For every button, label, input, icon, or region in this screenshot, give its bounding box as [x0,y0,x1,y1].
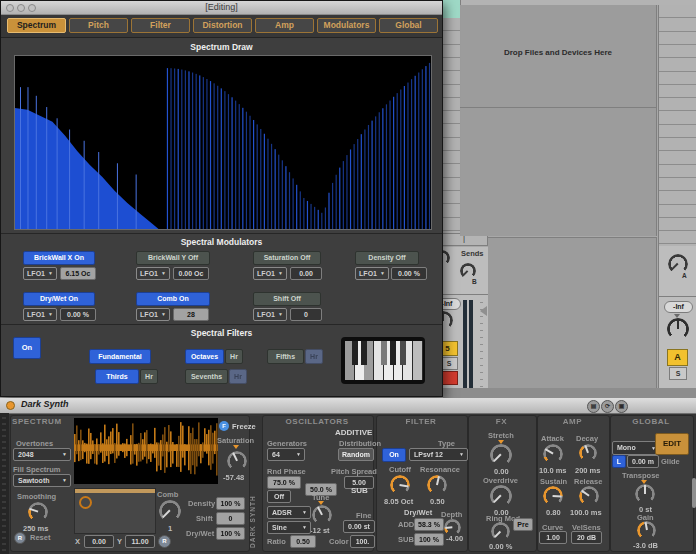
returnA-solo-button[interactable]: S [669,367,687,380]
glide-time-value[interactable]: 0.00 m [627,455,659,468]
xy-mod-r-icon[interactable]: R [158,535,171,548]
xy-pad-x-bar[interactable] [75,489,155,493]
tab-distortion[interactable]: Distortion [193,18,252,33]
tune-knob[interactable] [312,505,332,525]
y-value[interactable]: 11.00 [125,535,155,548]
tab-filter[interactable]: Filter [131,18,190,33]
clip-slot-teal[interactable] [443,0,461,18]
filter-octaves-hr-button[interactable]: Hr [225,349,243,364]
saturation-value[interactable]: 0.00 [290,267,322,280]
ringmod-knob[interactable] [491,522,510,541]
drywet-lfo-select[interactable]: LFO1▼ [23,308,57,321]
device-power-icon[interactable] [6,401,15,410]
overdrive-knob[interactable] [490,485,512,507]
returnA-clip-slots[interactable] [658,5,696,246]
spectral-filters-on-button[interactable]: On [13,337,41,359]
rnd-phase-value[interactable]: 75.0 % [267,476,301,489]
tab-spectrum[interactable]: Spectrum [7,18,66,33]
device-scrollbar[interactable] [692,478,696,508]
add-value[interactable]: 58.3 % [414,518,444,531]
x-value[interactable]: 0.00 [84,535,114,548]
brickwall-y-lfo-select[interactable]: LFO1▼ [136,267,170,280]
drywet-toggle[interactable]: Dry/Wet On [23,292,95,306]
shift-toggle[interactable]: Shift Off [253,292,321,306]
returnA-activator[interactable]: A [667,349,688,366]
returnA-send-knob[interactable] [668,254,688,274]
curve-value[interactable]: 1.00 [539,531,567,544]
xy-pad[interactable] [74,488,156,534]
glide-legato-button[interactable]: L [612,455,626,468]
reset-label[interactable]: Reset [30,533,50,542]
saturation-knob[interactable] [227,451,247,471]
window-titlebar[interactable]: [Editing] [1,1,442,15]
stretch-knob[interactable] [490,444,512,466]
ratio-value[interactable]: 0.50 [290,535,316,548]
voice-mode-select[interactable]: Mono▼ [612,441,660,455]
freeze-label[interactable]: Freeze [232,422,256,431]
brickwall-x-value[interactable]: 6.15 Oc [60,267,96,280]
shift-value[interactable]: 0 [290,308,322,321]
filter-fundamental-button[interactable]: Fundamental [89,349,151,364]
saturation-lfo-select[interactable]: LFO1▼ [253,267,287,280]
piano-white-key[interactable] [413,341,423,380]
piano-black-key[interactable] [352,341,358,365]
filter-fifths-hr-button[interactable]: Hr [305,349,323,364]
attack-knob[interactable] [543,444,563,464]
piano-black-key[interactable] [381,341,387,365]
tab-global[interactable]: Global [379,18,438,33]
color-value[interactable]: 100. [350,535,375,548]
comb-knob[interactable] [159,500,181,522]
tab-modulators[interactable]: Modulators [317,18,376,33]
piano-black-key[interactable] [400,341,406,365]
track5-clip-slots[interactable] [443,18,461,233]
release-knob[interactable] [579,486,599,506]
generators-select[interactable]: 64▼ [267,448,305,461]
smoothing-mod-r-icon[interactable]: R [14,532,26,544]
density-lfo-select[interactable]: LFO1▼ [355,267,389,280]
freeze-led-icon[interactable]: F [219,421,229,431]
ringmod-pre-button[interactable]: Pre [513,518,533,531]
comb-value[interactable]: 28 [173,308,209,321]
save-preset-icon[interactable]: ▣ [615,400,628,413]
fill-spectrum-select[interactable]: Sawtooth▼ [13,474,71,487]
drywet-value[interactable]: 0.00 % [60,308,96,321]
cutoff-knob[interactable] [390,475,410,495]
density-value[interactable]: 0.00 % [391,267,427,280]
piano-black-key[interactable] [361,341,367,365]
filter-sevenths-hr-button[interactable]: Hr [229,369,247,384]
brickwall-y-value[interactable]: 0.00 Oc [173,267,209,280]
velsens-value[interactable]: 20 dB [571,531,602,544]
comb-toggle[interactable]: Comb On [136,292,210,306]
returnA-pan-knob[interactable] [667,318,689,340]
filter-on-button[interactable]: On [382,448,406,462]
piano-keyboard[interactable] [341,337,425,384]
shift-lfo-select[interactable]: LFO1▼ [253,308,287,321]
density-value[interactable]: 100 % [216,497,245,510]
filter-fifths-button[interactable]: Fifths [267,349,304,364]
saturation-toggle[interactable]: Saturation Off [253,251,321,265]
sustain-knob[interactable] [543,486,563,506]
osc-off-button[interactable]: Off [267,490,291,503]
brickwall-y-toggle[interactable]: BrickWall Y Off [136,251,210,265]
filter-sub-value[interactable]: 100 % [414,533,444,546]
transpose-knob[interactable] [635,484,655,504]
resonance-knob[interactable] [427,475,447,495]
tab-amp[interactable]: Amp [255,18,314,33]
filter-sevenths-button[interactable]: Sevenths [185,369,228,384]
fine-value[interactable]: 0.00 st [343,520,375,533]
filter-thirds-hr-button[interactable]: Hr [140,369,158,384]
hot-swap-icon[interactable]: ⟳ [601,400,614,413]
spectrum-draw-canvas[interactable] [14,55,432,230]
density-toggle[interactable]: Density Off [355,251,419,265]
comb-lfo-select[interactable]: LFO1▼ [136,308,170,321]
envelope-select[interactable]: ADSR▼ [267,506,311,519]
filter-type-select[interactable]: LPsvf 12▼ [409,448,468,461]
piano-black-key[interactable] [390,341,396,365]
decay-knob[interactable] [579,444,597,462]
gain-knob[interactable] [637,521,656,540]
returnA-volume-value[interactable]: -Inf [664,301,693,313]
xy-pad-cursor[interactable] [79,496,92,509]
device-drag-rail[interactable] [0,413,9,554]
filter-octaves-button[interactable]: Octaves [185,349,224,364]
send-b-knob[interactable] [460,263,476,279]
